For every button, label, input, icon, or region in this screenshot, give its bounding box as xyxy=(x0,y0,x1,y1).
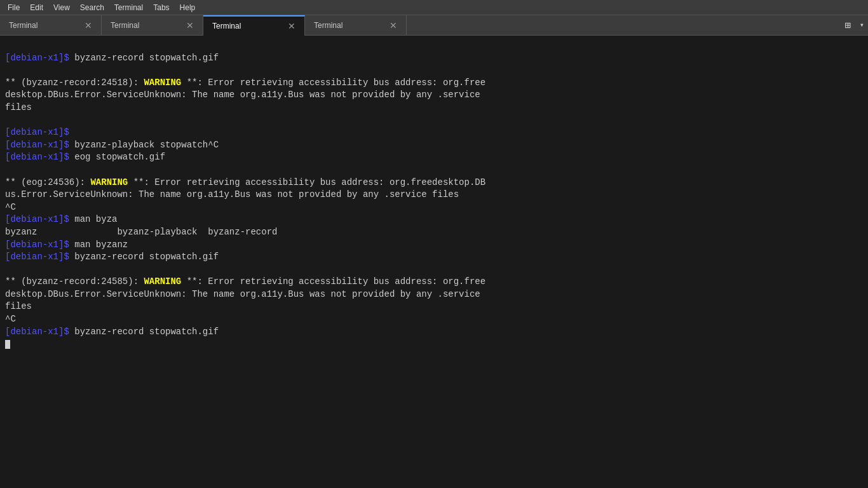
tab-1-close[interactable]: ✕ xyxy=(85,21,92,30)
prompt-3: [debian-x1]$ xyxy=(5,140,69,150)
warn-line-1d: files xyxy=(5,102,32,112)
warn-line-1c: desktop.DBus.Error.ServiceUnknown: The n… xyxy=(5,90,480,100)
menu-help[interactable]: Help xyxy=(175,2,201,13)
tab-2-close[interactable]: ✕ xyxy=(186,21,194,30)
menubar: File Edit View Search Terminal Tabs Help xyxy=(0,0,868,15)
menu-file[interactable]: File xyxy=(3,2,25,13)
warn-line-2b: **: Error retrieving accessibility bus a… xyxy=(128,177,485,187)
menu-tabs[interactable]: Tabs xyxy=(148,2,174,13)
tab-4[interactable]: Terminal ✕ xyxy=(305,15,407,35)
warn-line-1a: ** (byzanz-record:24518): xyxy=(5,78,144,88)
prompt-8: [debian-x1]$ xyxy=(5,327,69,337)
tabbar: Terminal ✕ Terminal ✕ Terminal ✕ Termina… xyxy=(0,15,868,36)
prompt-5: [debian-x1]$ xyxy=(5,214,69,224)
menu-view[interactable]: View xyxy=(48,2,75,13)
tab-1-label: Terminal xyxy=(9,21,37,30)
cmd-7: byzanz-record stopwatch.gif xyxy=(69,252,219,262)
warning-1: WARNING xyxy=(144,78,181,88)
cmd-6: man byzanz xyxy=(69,240,128,250)
warn-line-3c: desktop.DBus.Error.ServiceUnknown: The n… xyxy=(5,289,480,299)
prompt-6: [debian-x1]$ xyxy=(5,240,69,250)
prompt-1: [debian-x1]$ xyxy=(5,53,69,63)
autocomplete-line: byzanz byzanz-playback byzanz-record xyxy=(5,227,277,237)
warn-line-3a: ** (byzanz-record:24585): xyxy=(5,276,144,287)
ctrl-c-2: ^C xyxy=(5,314,16,324)
warn-line-3b: **: Error retrieving accessibility bus a… xyxy=(181,276,485,287)
tab-3-label: Terminal xyxy=(212,22,241,30)
tab-4-label: Terminal xyxy=(314,21,342,30)
warning-2: WARNING xyxy=(90,177,128,187)
warn-line-1b: **: Error retrieving accessibility bus a… xyxy=(181,78,485,88)
cmd-1: byzanz-record stopwatch.gif xyxy=(69,53,219,63)
menu-search[interactable]: Search xyxy=(75,2,109,13)
tab-1[interactable]: Terminal ✕ xyxy=(0,15,102,35)
cmd-4: eog stopwatch.gif xyxy=(69,152,165,162)
tab-4-close[interactable]: ✕ xyxy=(390,21,397,30)
tab-3-close[interactable]: ✕ xyxy=(288,22,295,30)
cmd-8: byzanz-record stopwatch.gif xyxy=(69,327,219,337)
tab-2[interactable]: Terminal ✕ xyxy=(102,15,203,35)
warn-line-2c: us.Error.ServiceUnknown: The name org.a1… xyxy=(5,189,459,200)
tab-2-label: Terminal xyxy=(111,21,139,30)
warning-3: WARNING xyxy=(144,276,181,287)
new-tab-button[interactable]: ⊞ xyxy=(839,15,856,35)
prompt-2: [debian-x1]$ xyxy=(5,127,69,137)
tab-dropdown-button[interactable]: ▾ xyxy=(856,15,868,35)
terminal-content[interactable]: [debian-x1]$ byzanz-record stopwatch.gif… xyxy=(0,36,868,488)
cmd-5: man byza xyxy=(69,214,118,224)
menu-edit[interactable]: Edit xyxy=(25,2,48,13)
menu-terminal[interactable]: Terminal xyxy=(109,2,148,13)
ctrl-c-1: ^C xyxy=(5,202,16,212)
warn-line-2a: ** (eog:24536): xyxy=(5,177,90,187)
prompt-4: [debian-x1]$ xyxy=(5,152,69,162)
warn-line-3d: files xyxy=(5,301,32,311)
terminal-cursor xyxy=(5,340,10,349)
tab-3[interactable]: Terminal ✕ xyxy=(203,15,305,35)
cmd-3: byzanz-playback stopwatch^C xyxy=(69,140,219,150)
prompt-7: [debian-x1]$ xyxy=(5,252,69,262)
